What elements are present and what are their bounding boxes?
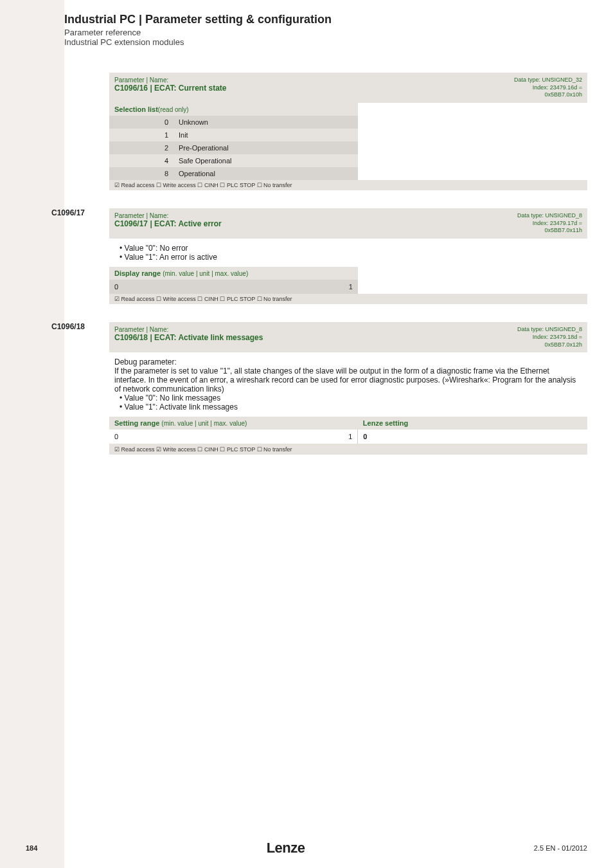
list-num: 2 bbox=[109, 141, 173, 154]
brand-logo: Lenze bbox=[267, 840, 305, 856]
range-unit bbox=[289, 280, 318, 294]
table-row: 2Pre-Operational bbox=[109, 141, 358, 154]
page-title: Industrial PC | Parameter setting & conf… bbox=[64, 13, 587, 26]
list-val: Init bbox=[173, 129, 358, 141]
subtitle-1: Parameter reference bbox=[64, 28, 587, 37]
access-flags: ☑ Read access ☑ Write access ☐ CINH ☐ PL… bbox=[109, 444, 587, 455]
list-val: Operational bbox=[173, 167, 358, 180]
range-label: Setting range bbox=[114, 419, 159, 427]
param-id: C1096/17 bbox=[51, 208, 85, 217]
list-num: 0 bbox=[109, 116, 173, 129]
range-label: Display range bbox=[114, 269, 161, 277]
page-number: 184 bbox=[26, 844, 37, 852]
param-description: Debug parameter: If the parameter is set… bbox=[109, 352, 587, 417]
list-val: Unknown bbox=[173, 116, 358, 129]
param-id: C1096/18 bbox=[51, 322, 85, 331]
left-band bbox=[0, 0, 64, 868]
dt-line: Data type: UNSIGNED_32 bbox=[514, 77, 582, 84]
table-row: 4Safe Operational bbox=[109, 154, 358, 167]
desc-item: Value "0": No error bbox=[120, 244, 582, 253]
selection-list-readonly: (read only) bbox=[158, 106, 189, 113]
table-row: 0 1 0 bbox=[109, 429, 587, 444]
dt-line: 0x5BB7.0x12h bbox=[517, 341, 582, 349]
param-name-label: Parameter | Name: bbox=[114, 77, 227, 84]
lenze-setting-value: 0 bbox=[358, 429, 587, 444]
range-suffix: (min. value | unit | max. value) bbox=[163, 270, 248, 277]
param-datatype: Data type: UNSIGNED_8 Index: 23479.18d =… bbox=[517, 326, 582, 348]
param-name-label: Parameter | Name: bbox=[114, 212, 222, 219]
access-flags: ☑ Read access ☐ Write access ☐ CINH ☐ PL… bbox=[109, 294, 587, 304]
display-range-table: Display range (min. value | unit | max. … bbox=[109, 267, 587, 294]
dt-line: Index: 23479.17d = bbox=[517, 220, 582, 228]
list-val: Pre-Operational bbox=[173, 141, 358, 154]
range-min: 0 bbox=[109, 280, 289, 294]
range-suffix: (min. value | unit | max. value) bbox=[161, 420, 247, 427]
param-header: Parameter | Name: C1096/16 | ECAT: Curre… bbox=[109, 73, 587, 103]
range-min: 0 bbox=[109, 429, 289, 444]
access-flags: ☑ Read access ☐ Write access ☐ CINH ☐ PL… bbox=[109, 180, 587, 190]
dt-line: Data type: UNSIGNED_8 bbox=[517, 326, 582, 334]
param-block-c1096-18: C1096/18 Parameter | Name: C1096/18 | EC… bbox=[109, 322, 587, 455]
dt-line: 0x5BB7.0x11h bbox=[517, 227, 582, 235]
setting-range-table: Setting range (min. value | unit | max. … bbox=[109, 417, 587, 444]
table-row: 8Operational bbox=[109, 167, 358, 180]
table-row: 0Unknown bbox=[109, 116, 358, 129]
desc-paragraph: If the parameter is set to value "1", al… bbox=[114, 366, 582, 393]
range-unit bbox=[289, 429, 317, 444]
param-block-c1096-17: C1096/17 Parameter | Name: C1096/17 | EC… bbox=[109, 208, 587, 304]
param-name: C1096/18 | ECAT: Activate link messages bbox=[114, 333, 263, 342]
list-num: 1 bbox=[109, 129, 173, 141]
selection-list-label: Selection list bbox=[114, 105, 158, 113]
param-datatype: Data type: UNSIGNED_32 Index: 23479.16d … bbox=[514, 77, 582, 99]
desc-item: Value "0": No link messages bbox=[120, 393, 582, 402]
dt-line: Index: 23479.16d = bbox=[514, 84, 582, 92]
param-name: C1096/17 | ECAT: Active error bbox=[114, 219, 222, 228]
param-name-label: Parameter | Name: bbox=[114, 326, 263, 333]
list-num: 8 bbox=[109, 167, 173, 180]
dt-line: Index: 23479.18d = bbox=[517, 334, 582, 341]
param-name: C1096/16 | ECAT: Current state bbox=[114, 84, 227, 93]
list-num: 4 bbox=[109, 154, 173, 167]
desc-item: Value "1": Activate link messages bbox=[120, 402, 582, 411]
lenze-setting-label: Lenze setting bbox=[358, 417, 587, 429]
param-header: Parameter | Name: C1096/18 | ECAT: Activ… bbox=[109, 322, 587, 352]
param-block-c1096-16: Parameter | Name: C1096/16 | ECAT: Curre… bbox=[109, 73, 587, 190]
desc-item: Value "1": An error is active bbox=[120, 253, 582, 262]
dt-line: Data type: UNSIGNED_8 bbox=[517, 212, 582, 220]
list-val: Safe Operational bbox=[173, 154, 358, 167]
revision: 2.5 EN - 01/2012 bbox=[534, 844, 587, 852]
subtitle-2: Industrial PC extension modules bbox=[64, 37, 587, 47]
table-row: 1Init bbox=[109, 129, 358, 141]
range-max: 1 bbox=[317, 429, 358, 444]
table-row: 0 1 bbox=[109, 280, 587, 294]
param-datatype: Data type: UNSIGNED_8 Index: 23479.17d =… bbox=[517, 212, 582, 235]
dt-line: 0x5BB7.0x10h bbox=[514, 91, 582, 99]
selection-list-table: Selection list(read only) 0Unknown 1Init… bbox=[109, 103, 358, 180]
param-header: Parameter | Name: C1096/17 | ECAT: Activ… bbox=[109, 208, 587, 239]
param-description: Value "0": No error Value "1": An error … bbox=[109, 239, 587, 267]
desc-intro: Debug parameter: bbox=[114, 357, 582, 366]
range-max: 1 bbox=[318, 280, 358, 294]
page-footer: 184 Lenze 2.5 EN - 01/2012 bbox=[0, 840, 613, 856]
